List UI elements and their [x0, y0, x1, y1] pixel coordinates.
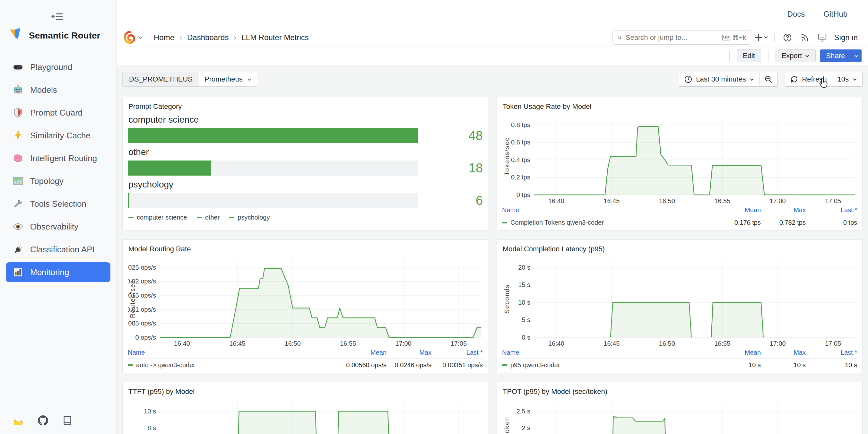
sidebar-collapse-icon[interactable]: [50, 11, 64, 23]
sidebar-item-monitoring[interactable]: Monitoring: [6, 262, 111, 282]
refresh-button[interactable]: Refresh: [785, 72, 832, 86]
legend-col-mean[interactable]: Mean: [713, 207, 761, 214]
github-icon[interactable]: [38, 415, 48, 426]
dark-mode-moon-icon[interactable]: [13, 415, 24, 426]
svg-text:0 tps: 0 tps: [517, 191, 530, 198]
svg-text:16:40: 16:40: [548, 340, 564, 347]
sidebar-item-observability[interactable]: Observability: [6, 217, 111, 237]
sidebar-item-models[interactable]: Models: [6, 80, 111, 100]
time-range-picker[interactable]: Last 30 minutes: [679, 72, 759, 86]
timeseries-chart[interactable]: 0 s0.5 s1 s1.5 s2 s2.5 s16:4016:4516:501…: [502, 398, 858, 434]
sidebar-item-topology[interactable]: Topology: [6, 171, 111, 191]
legend-col-name[interactable]: Name: [502, 207, 713, 214]
panel-title: TPOT (p95) by Model (sec/token): [503, 388, 857, 396]
svg-text:Routes/sec: Routes/sec: [129, 280, 136, 318]
legend-col-max[interactable]: Max: [761, 349, 806, 356]
sidebar-item-tools-selection[interactable]: Tools Selection: [6, 194, 111, 214]
main-area: Docs GitHub Home › Dashboards › LLM Rout…: [117, 0, 868, 434]
svg-text:5 s: 5 s: [522, 316, 530, 323]
breadcrumb-separator: ›: [234, 33, 236, 42]
legend-item[interactable]: computer science: [128, 214, 187, 221]
export-button[interactable]: Export: [776, 50, 816, 62]
svg-text:Seconds per token: Seconds per token: [503, 417, 510, 434]
docs-book-icon[interactable]: [62, 415, 72, 426]
series-name[interactable]: auto -> qwen3-coder: [128, 362, 338, 369]
svg-text:17:05: 17:05: [825, 340, 841, 347]
app-logo-row[interactable]: Semantic Router: [0, 28, 116, 44]
sidebar-item-similarity-cache[interactable]: Similarity Cache: [6, 125, 111, 146]
timeseries-chart[interactable]: 0 s2 s4 s6 s8 s10 s16:4016:4516:5016:551…: [128, 398, 484, 434]
panel-grid: Prompt Category computer science 48 othe…: [122, 97, 863, 434]
bar-value: 6: [425, 193, 483, 208]
svg-text:Tokens/sec: Tokens/sec: [503, 137, 510, 176]
series-dash-icon: [197, 217, 202, 218]
game-controller-icon: [13, 62, 23, 72]
refresh-interval-select[interactable]: 10s: [832, 72, 862, 86]
panel-prompt-category: Prompt Category computer science 48 othe…: [122, 97, 488, 230]
legend-col-name[interactable]: Name: [502, 349, 713, 356]
bar-row: psychology 6: [128, 180, 483, 208]
display-monitor-icon[interactable]: [815, 31, 829, 44]
news-rss-icon[interactable]: [798, 31, 812, 44]
legend-col-last[interactable]: Last *: [806, 207, 857, 214]
breadcrumb-dashboards[interactable]: Dashboards: [187, 33, 228, 42]
chevron-down-icon: [854, 55, 859, 58]
sidebar-item-label: Classification API: [30, 245, 95, 254]
legend-col-max[interactable]: Max: [386, 349, 431, 356]
sidebar-item-label: Similarity Cache: [30, 131, 91, 141]
legend-series-row: p95 qwen3-coder 10 s 10 s 10 s: [502, 359, 857, 369]
timeseries-chart[interactable]: 0 s5 s10 s15 s20 s16:4016:4516:5016:5517…: [502, 256, 858, 347]
divider: [729, 51, 730, 61]
svg-text:16:50: 16:50: [659, 340, 675, 347]
docs-link[interactable]: Docs: [787, 10, 805, 19]
svg-text:17:00: 17:00: [770, 340, 786, 347]
legend-col-mean[interactable]: Mean: [338, 349, 386, 356]
series-name[interactable]: p95 qwen3-coder: [502, 362, 713, 369]
chevron-down-icon: [805, 55, 810, 58]
zoom-out-icon: [765, 75, 772, 83]
sidebar-item-label: Observability: [30, 222, 78, 232]
dashboard-controls: DS_PROMETHEUS Prometheus Last 30 minutes: [122, 72, 863, 87]
timeseries-chart[interactable]: 0 tps0.2 tps0.4 tps0.6 tps0.8 tps16:4016…: [502, 113, 858, 205]
help-icon[interactable]: [780, 31, 795, 44]
share-menu-button[interactable]: [851, 50, 862, 62]
search-input[interactable]: [626, 33, 718, 42]
sign-in-button[interactable]: Sign in: [834, 33, 858, 42]
sidebar-item-label: Prompt Guard: [30, 108, 83, 118]
github-link[interactable]: GitHub: [824, 10, 847, 19]
search-icon: [617, 34, 622, 41]
svg-text:17:05: 17:05: [451, 340, 467, 347]
zoom-out-button[interactable]: [759, 72, 777, 86]
svg-text:16:45: 16:45: [603, 197, 620, 205]
svg-text:Seconds: Seconds: [503, 284, 510, 314]
legend-item[interactable]: other: [197, 214, 220, 221]
search-box[interactable]: ⌘+k: [613, 31, 751, 44]
share-button[interactable]: Share: [820, 50, 851, 62]
datasource-label: DS_PROMETHEUS: [122, 72, 199, 87]
add-new-button[interactable]: [754, 31, 769, 44]
svg-text:0 ops/s: 0 ops/s: [135, 334, 156, 341]
datasource-select[interactable]: Prometheus: [199, 72, 257, 87]
panel-model-routing-rate: Model Routing Rate 0 ops/s0.005 ops/s0.0…: [122, 240, 488, 373]
grafana-logo[interactable]: [124, 31, 143, 44]
sidebar-item-prompt-guard[interactable]: Prompt Guard: [6, 103, 111, 123]
sidebar-item-classification-api[interactable]: Classification API: [6, 240, 111, 259]
legend-col-last[interactable]: Last *: [431, 349, 483, 356]
legend-col-last[interactable]: Last *: [806, 349, 857, 356]
svg-text:16:55: 16:55: [340, 340, 356, 347]
legend-header: Name Mean Max Last *: [502, 348, 857, 359]
datasource-variable: DS_PROMETHEUS Prometheus: [122, 72, 257, 87]
series-name[interactable]: Completion Tokens qwen3-coder: [502, 219, 713, 226]
edit-button[interactable]: Edit: [737, 50, 761, 62]
breadcrumb-home[interactable]: Home: [154, 33, 174, 42]
legend-col-mean[interactable]: Mean: [713, 349, 761, 356]
sidebar-item-playground[interactable]: Playground: [6, 57, 111, 77]
svg-text:16:45: 16:45: [603, 340, 620, 347]
legend-col-max[interactable]: Max: [761, 207, 806, 214]
bar-row: other 18: [128, 147, 483, 176]
svg-text:8 s: 8 s: [147, 424, 156, 431]
legend-col-name[interactable]: Name: [128, 349, 338, 356]
timeseries-chart[interactable]: 0 ops/s0.005 ops/s0.01 ops/s0.015 ops/s0…: [128, 256, 484, 347]
legend-item[interactable]: psychology: [229, 214, 270, 221]
sidebar-item-intelligent-routing[interactable]: Intelligent Routing: [6, 148, 111, 168]
